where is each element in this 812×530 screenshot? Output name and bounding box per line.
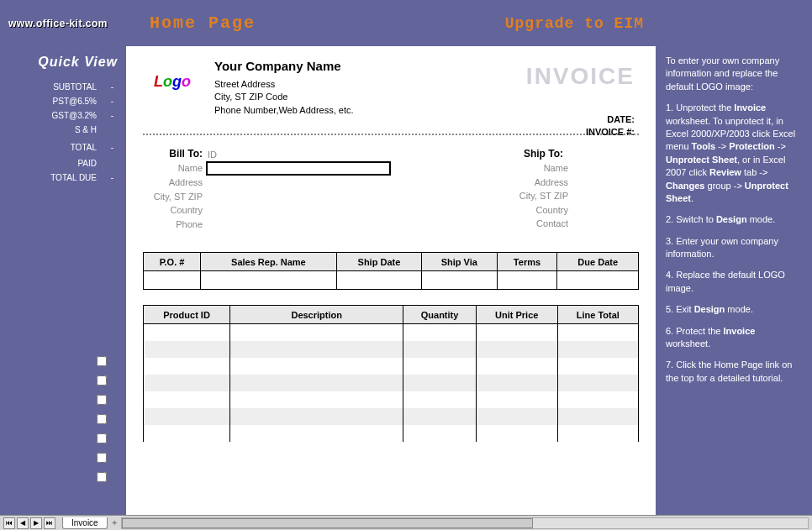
item-cell[interactable] [144, 358, 230, 375]
item-cell[interactable] [230, 324, 403, 341]
new-sheet-icon[interactable]: ✦ [111, 518, 118, 527]
bill-address-field[interactable] [206, 176, 391, 190]
item-cell[interactable] [403, 391, 477, 408]
item-cell[interactable] [230, 341, 403, 358]
instr-intro: To enter your own company information an… [666, 55, 802, 93]
ship-to-title: Ship To: [424, 148, 639, 160]
item-cell[interactable] [476, 358, 557, 375]
instr-step6: 6. Protect the Invoice worksheet. [666, 325, 802, 351]
taxable-check-3[interactable] [97, 395, 107, 405]
po-cell[interactable] [422, 271, 497, 290]
item-cell[interactable] [476, 425, 557, 442]
bill-name-label: Name [143, 161, 206, 176]
qv-subtotal-label: SUBTOTAL [4, 82, 97, 92]
item-cell[interactable] [144, 391, 230, 408]
tab-nav-next-icon[interactable]: ▶ [30, 517, 42, 529]
ship-contact-field[interactable] [572, 217, 639, 231]
item-cell[interactable] [403, 425, 477, 442]
quick-view-title: Quick View [4, 55, 118, 70]
item-cell[interactable] [144, 324, 230, 341]
taxable-check-5[interactable] [97, 433, 107, 443]
bill-city-field[interactable] [206, 190, 391, 204]
po-cell[interactable] [336, 271, 421, 290]
item-cell[interactable] [144, 425, 230, 442]
item-cell[interactable] [557, 375, 638, 391]
item-cell[interactable] [557, 341, 638, 358]
ship-city-field[interactable] [572, 189, 639, 203]
bill-phone-field[interactable] [206, 218, 391, 232]
sheet-tab-invoice[interactable]: Invoice [62, 517, 108, 529]
ship-address-field[interactable] [572, 176, 639, 190]
item-cell[interactable] [230, 375, 403, 391]
tab-nav-first-icon[interactable]: ⏮ [3, 517, 15, 529]
po-header-rep: Sales Rep. Name [201, 253, 337, 271]
item-cell[interactable] [557, 408, 638, 425]
scroll-thumb[interactable] [122, 518, 534, 528]
instr-step3: 3. Enter your own company information. [666, 235, 802, 261]
item-cell[interactable] [557, 324, 638, 341]
po-cell[interactable] [201, 271, 337, 290]
taxable-check-2[interactable] [97, 375, 107, 386]
item-cell[interactable] [230, 358, 403, 375]
item-cell[interactable] [403, 341, 477, 358]
item-cell[interactable] [476, 341, 557, 358]
item-cell[interactable] [476, 408, 557, 425]
taxable-check-1[interactable] [97, 356, 107, 366]
qv-sh-val [97, 125, 113, 134]
company-contact[interactable]: Phone Number,Web Address, etc. [214, 104, 639, 117]
taxable-check-7[interactable] [97, 472, 107, 482]
item-cell[interactable] [230, 425, 403, 442]
instr-step2: 2. Switch to Design mode. [666, 213, 802, 226]
po-cell[interactable] [144, 271, 201, 290]
instr-step4: 4. Replace the default LOGO image. [666, 269, 802, 295]
item-cell[interactable] [403, 358, 477, 375]
tab-nav-prev-icon[interactable]: ◀ [17, 517, 29, 529]
qv-pst-val: - [97, 97, 113, 106]
item-cell[interactable] [403, 408, 477, 425]
taxable-check-4[interactable] [97, 414, 107, 424]
bill-country-field[interactable] [206, 203, 391, 218]
upgrade-link[interactable]: Upgrade to EIM [505, 15, 644, 32]
bill-name-input[interactable] [206, 161, 391, 176]
qv-paid-label: PAID [4, 159, 97, 168]
qv-total-val: - [97, 143, 113, 152]
po-cell[interactable] [497, 271, 557, 290]
item-cell[interactable] [403, 324, 477, 341]
home-page-link[interactable]: Home Page [150, 13, 256, 33]
item-cell[interactable] [144, 408, 230, 425]
item-cell[interactable] [230, 391, 403, 408]
taxable-checkboxes [97, 356, 107, 488]
bill-to-id-label: ID [208, 150, 217, 160]
ship-city-label: City, ST ZIP [424, 189, 572, 203]
qv-sh-label: S & H [4, 125, 97, 134]
ship-country-label: Country [424, 203, 572, 218]
item-cell[interactable] [144, 375, 230, 391]
item-cell[interactable] [476, 324, 557, 341]
po-table: P.O. # Sales Rep. Name Ship Date Ship Vi… [143, 252, 639, 290]
item-cell[interactable] [476, 391, 557, 408]
quick-view-panel: Quick View SUBTOTAL- PST@6.5%- GST@3.2%-… [0, 46, 126, 515]
po-header-po: P.O. # [144, 253, 201, 271]
invoice-number-label: INVOICE #: [586, 126, 635, 139]
item-cell[interactable] [144, 341, 230, 358]
item-cell[interactable] [557, 425, 638, 442]
company-city[interactable]: City, ST ZIP Code [214, 91, 639, 103]
item-cell[interactable] [557, 358, 638, 375]
qv-gst-val: - [97, 111, 113, 120]
item-cell[interactable] [476, 375, 557, 391]
po-cell[interactable] [557, 271, 639, 290]
horizontal-scrollbar[interactable] [121, 517, 809, 529]
ship-country-field[interactable] [572, 203, 639, 218]
items-header-qty: Quantity [403, 306, 477, 324]
po-header-due: Due Date [557, 253, 639, 271]
qv-subtotal-val: - [97, 82, 113, 92]
taxable-check-6[interactable] [97, 453, 107, 463]
item-cell[interactable] [230, 408, 403, 425]
ship-name-label: Name [424, 161, 572, 176]
item-cell[interactable] [557, 391, 638, 408]
bill-to-title: Bill To: [143, 148, 206, 160]
ship-name-field[interactable] [572, 161, 639, 176]
instr-step7: 7. Click the Home Page link on the top f… [666, 359, 802, 385]
item-cell[interactable] [403, 375, 477, 391]
tab-nav-last-icon[interactable]: ⏭ [44, 517, 55, 529]
